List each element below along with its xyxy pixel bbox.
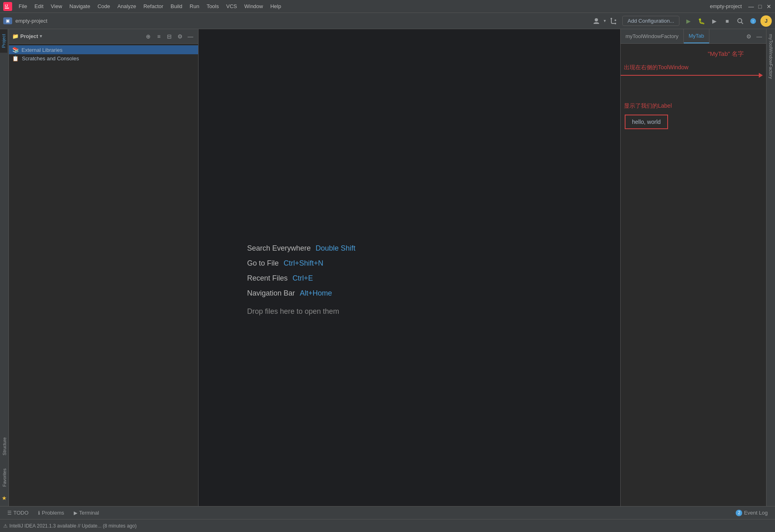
event-log-tab[interactable]: 2 Event Log — [732, 508, 772, 518]
stop-button[interactable]: ■ — [722, 15, 733, 27]
menu-analyze[interactable]: Analyze — [114, 2, 139, 11]
annotation-mytab-name: "MyTab" 名字 — [708, 50, 744, 58]
menu-window[interactable]: Window — [241, 2, 266, 11]
svg-text:IJ: IJ — [5, 4, 8, 8]
welcome-shortcuts: Search Everywhere Double Shift Go to Fil… — [231, 228, 371, 332]
close-button[interactable]: ✕ — [766, 4, 772, 9]
intellij-logo-icon: IJ — [3, 2, 12, 11]
project-panel-header: 📁 Project ▾ ⊕ ≡ ⊟ ⚙ — — [9, 29, 198, 44]
favorites-star-icon[interactable]: ★ — [2, 495, 7, 501]
svg-point-3 — [595, 18, 598, 21]
menu-edit[interactable]: Edit — [31, 2, 47, 11]
svg-point-6 — [615, 19, 616, 21]
right-panel-header: myToolWindowFactory MyTab ⚙ — — [621, 29, 766, 44]
shortcut-key-goto: Ctrl+Shift+N — [284, 259, 323, 268]
add-configuration-button[interactable]: Add Configuration... — [622, 16, 679, 26]
left-strip-bottom: Structure Favorites ★ — [0, 432, 9, 506]
menu-run[interactable]: Run — [186, 2, 203, 11]
editor-content: Search Everywhere Double Shift Go to Fil… — [199, 29, 620, 506]
menu-view[interactable]: View — [47, 2, 65, 11]
hello-world-label: hello, world — [625, 115, 668, 129]
search-everywhere-button[interactable] — [734, 15, 746, 27]
right-panel-settings-button[interactable]: ⚙ — [744, 32, 753, 41]
menu-file[interactable]: File — [15, 2, 30, 11]
locate-file-button[interactable]: ⊕ — [144, 32, 153, 41]
app-container: IJ File Edit View Navigate Code Analyze … — [0, 0, 775, 532]
project-badge: ▣ — [3, 17, 12, 24]
menu-bar: File Edit View Navigate Code Analyze Ref… — [15, 2, 703, 11]
profile-avatar[interactable]: J — [760, 15, 772, 27]
sidebar-tab-favorites[interactable]: Favorites — [1, 464, 8, 492]
hide-panel-button[interactable]: — — [186, 32, 195, 41]
project-panel-actions: ⊕ ≡ ⊟ ⚙ — — [144, 32, 195, 41]
run-button[interactable]: ▶ — [683, 15, 694, 27]
sidebar-tab-structure[interactable]: Structure — [1, 432, 8, 460]
user-icon[interactable] — [591, 15, 602, 27]
update-button[interactable]: ↑ — [747, 15, 759, 27]
svg-text:↑: ↑ — [752, 19, 754, 23]
menu-tools[interactable]: Tools — [203, 2, 222, 11]
window-controls: — □ ✕ — [748, 4, 772, 9]
tree-item-scratches[interactable]: 📋 Scratches and Consoles — [9, 54, 198, 63]
settings-button[interactable]: ⚙ — [175, 32, 184, 41]
sidebar-tab-project[interactable]: Project — [0, 29, 7, 53]
vcs-icon[interactable] — [608, 15, 619, 27]
shortcut-key-recent: Ctrl+E — [292, 274, 313, 283]
shortcut-label-recent: Recent Files — [247, 274, 288, 283]
shortcut-go-to-file: Go to File Ctrl+Shift+N — [247, 259, 355, 268]
project-panel-title: 📁 Project ▾ — [12, 33, 42, 39]
shortcut-key-nav: Alt+Home — [300, 289, 332, 298]
todo-icon: ☰ — [7, 510, 12, 516]
drop-files-text: Drop files here to open them — [247, 307, 355, 316]
minimize-button[interactable]: — — [748, 4, 754, 9]
svg-point-7 — [738, 19, 742, 23]
debug-button[interactable]: 🐛 — [696, 15, 707, 27]
status-bar: ⚠ IntelliJ IDEA 2021.1.3 available // Up… — [0, 519, 775, 532]
menu-code[interactable]: Code — [94, 2, 113, 11]
scratches-icon: 📋 — [12, 55, 19, 62]
far-right-tab-my-tool-window[interactable]: myToolWindowFactory — [767, 29, 775, 84]
left-sidebar-strip: Project Structure Favorites ★ — [0, 29, 9, 506]
coverage-button[interactable]: ▶ — [709, 15, 720, 27]
collapse-all-button[interactable]: ≡ — [154, 32, 163, 41]
menu-help[interactable]: Help — [267, 2, 284, 11]
shortcut-search-everywhere: Search Everywhere Double Shift — [247, 244, 355, 253]
terminal-label: Terminal — [79, 510, 99, 516]
tab-my-tab[interactable]: MyTab — [684, 29, 709, 43]
svg-line-8 — [741, 22, 743, 24]
svg-rect-1 — [5, 8, 9, 9]
toolbar: ▣ empty-project ▾ Add Configuration... ▶… — [0, 13, 775, 29]
shortcut-label-goto: Go to File — [247, 259, 279, 268]
shortcut-label-nav: Navigation Bar — [247, 289, 295, 298]
annotation-arrow — [621, 73, 763, 78]
scratches-label: Scratches and Consoles — [22, 55, 79, 62]
title-bar: IJ File Edit View Navigate Code Analyze … — [0, 0, 775, 13]
problems-label: Problems — [42, 510, 64, 516]
maximize-button[interactable]: □ — [757, 4, 763, 9]
expand-all-button[interactable]: ⊟ — [165, 32, 174, 41]
menu-build[interactable]: Build — [167, 2, 186, 11]
warning-icon: ⚠ — [3, 523, 8, 529]
right-tool-panel: myToolWindowFactory MyTab ⚙ — "MyTab" 名字… — [620, 29, 766, 506]
shortcut-recent-files: Recent Files Ctrl+E — [247, 274, 355, 283]
far-right-sidebar: myToolWindowFactory — [766, 29, 775, 506]
external-libraries-label: External Libraries — [21, 47, 62, 53]
tree-item-external-libraries[interactable]: 📚 External Libraries — [9, 45, 198, 54]
right-panel-hide-button[interactable]: — — [755, 32, 764, 41]
user-dropdown-icon[interactable]: ▾ — [604, 18, 606, 23]
event-log-label: Event Log — [744, 510, 768, 516]
tab-my-tool-window-factory[interactable]: myToolWindowFactory — [621, 29, 684, 43]
content-area: Project Structure Favorites ★ 📁 Project … — [0, 29, 775, 506]
bottom-tab-terminal[interactable]: ▶ Terminal — [70, 508, 103, 517]
menu-vcs[interactable]: VCS — [223, 2, 240, 11]
shortcut-label-search: Search Everywhere — [247, 244, 311, 253]
bottom-tab-problems[interactable]: ℹ Problems — [34, 508, 68, 517]
menu-navigate[interactable]: Navigate — [66, 2, 93, 11]
bottom-tab-todo[interactable]: ☰ TODO — [3, 508, 32, 517]
menu-refactor[interactable]: Refactor — [140, 2, 167, 11]
left-strip-top: Project — [0, 29, 9, 432]
shortcut-key-search: Double Shift — [316, 244, 355, 253]
shortcut-navigation-bar: Navigation Bar Alt+Home — [247, 289, 355, 298]
project-dropdown-icon[interactable]: ▾ — [40, 34, 42, 39]
svg-point-5 — [615, 23, 616, 24]
